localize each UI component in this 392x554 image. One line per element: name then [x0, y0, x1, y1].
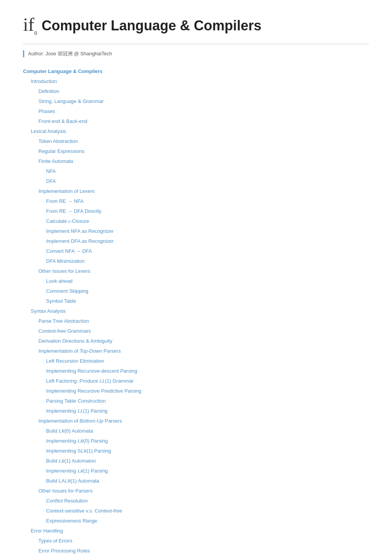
toc-item[interactable]: Context-sensitive v.s. Context-free	[23, 506, 369, 516]
author-text: Author: Jose 胡冠洲 @ ShanghaiTech	[28, 51, 112, 56]
toc-item[interactable]: Parsing Table Construction	[23, 396, 369, 406]
toc-item[interactable]: Phases	[23, 106, 369, 116]
toc-item[interactable]: Computer Language & Compilers	[23, 66, 369, 76]
toc-item[interactable]: Lexical Analysis	[23, 126, 369, 136]
toc-item[interactable]: Look-ahead	[23, 276, 369, 286]
toc-item[interactable]: Build LR(0) Automata	[23, 426, 369, 436]
toc-item[interactable]: Definition	[23, 86, 369, 96]
toc-item[interactable]: Implementing Recursive-descent Parsing	[23, 366, 369, 376]
toc-item[interactable]: Implementing LR(0) Parsing	[23, 436, 369, 446]
toc-item[interactable]: Derivation Directions & Ambiguity	[23, 336, 369, 346]
toc-item[interactable]: Implementing LR(1) Parsing	[23, 466, 369, 476]
toc-item[interactable]: Build LALR(1) Automata	[23, 476, 369, 486]
toc-item[interactable]: Implement DFA as Recognizer	[23, 236, 369, 246]
toc-item[interactable]: From RE → NFA	[23, 196, 369, 206]
toc-item[interactable]: Error Processing Rules	[23, 546, 369, 554]
toc-item[interactable]: Implementing LL(1) Parsing	[23, 406, 369, 416]
toc-item[interactable]: Token Abstraction	[23, 136, 369, 146]
header-divider	[23, 44, 369, 44]
page-title: Computer Language & Compilers	[42, 18, 261, 34]
toc-item[interactable]: Parse Tree Abstraction	[23, 316, 369, 326]
toc-item[interactable]: Expressiveness Range	[23, 516, 369, 526]
toc-item[interactable]: Left Recursion Elimination	[23, 356, 369, 366]
toc-item[interactable]: Implementation of Bottom-Up Parsers	[23, 416, 369, 426]
toc-item[interactable]: Types of Errors	[23, 536, 369, 546]
toc-item[interactable]: Implementation of Top-Down Parsers	[23, 346, 369, 356]
toc-item[interactable]: Implementing Recursive Predictive Parsin…	[23, 386, 369, 396]
toc-item[interactable]: Symbol Table	[23, 296, 369, 306]
author-bar: Author: Jose 胡冠洲 @ ShanghaiTech	[23, 50, 369, 57]
toc-item[interactable]: Other Issues for Lexers	[23, 266, 369, 276]
toc-item[interactable]: Regular Expressions	[23, 146, 369, 156]
logo-icon: if0	[23, 15, 37, 36]
toc-item[interactable]: Context-free Grammars	[23, 326, 369, 336]
toc-item[interactable]: String, Language & Grammar	[23, 96, 369, 106]
toc-item[interactable]: NFA	[23, 166, 369, 176]
toc-item[interactable]: Front-end & Back-end	[23, 116, 369, 126]
toc-item[interactable]: Syntax Analysis	[23, 306, 369, 316]
toc-item[interactable]: Implementing SLR(1) Parsing	[23, 446, 369, 456]
toc-item[interactable]: From RE → DFA Directly	[23, 206, 369, 216]
toc-item[interactable]: DFA Minimization	[23, 256, 369, 266]
toc-item[interactable]: Other Issues for Parsers	[23, 486, 369, 496]
toc-item[interactable]: Finite Automata	[23, 156, 369, 166]
toc-item[interactable]: Implementation of Lexers	[23, 186, 369, 196]
toc-item[interactable]: Convert NFA → DFA	[23, 246, 369, 256]
toc-item[interactable]: Error Handling	[23, 526, 369, 536]
table-of-contents: Computer Language & CompilersIntroductio…	[23, 66, 369, 554]
toc-item[interactable]: DFA	[23, 176, 369, 186]
toc-item[interactable]: Comment Skipping	[23, 286, 369, 296]
toc-item[interactable]: Calculate ε-Closure	[23, 216, 369, 226]
toc-item[interactable]: Build LR(1) Automaton	[23, 456, 369, 466]
toc-item[interactable]: Conflict Resolution	[23, 496, 369, 506]
page-header: if0 Computer Language & Compilers	[23, 15, 369, 36]
toc-item[interactable]: Implement NFA as Recognizer	[23, 226, 369, 236]
toc-item[interactable]: Introduction	[23, 76, 369, 86]
toc-item[interactable]: Left Factoring: Produce LL(1) Grammar	[23, 376, 369, 386]
